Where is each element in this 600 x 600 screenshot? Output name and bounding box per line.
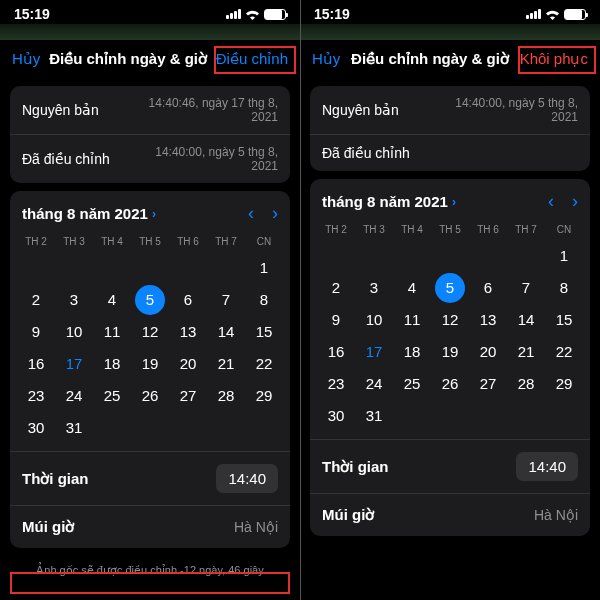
calendar-day[interactable]: 23 [21, 381, 51, 411]
next-month-button[interactable]: › [272, 203, 278, 224]
calendar-day[interactable]: 31 [59, 413, 89, 443]
weekday-label: TH 2 [318, 220, 354, 239]
calendar-day[interactable]: 26 [135, 381, 165, 411]
calendar-day[interactable]: 29 [549, 369, 579, 399]
header-image [300, 24, 600, 40]
weekday-label: TH 7 [508, 220, 544, 239]
calendar-day[interactable]: 4 [97, 285, 127, 315]
calendar-day[interactable]: 7 [211, 285, 241, 315]
signal-icon [526, 9, 541, 19]
calendar-day[interactable]: 13 [473, 305, 503, 335]
time-row[interactable]: Thời gian 14:40 [310, 439, 590, 493]
calendar-day[interactable]: 29 [249, 381, 279, 411]
timezone-row[interactable]: Múi giờ Hà Nội [10, 505, 290, 548]
calendar-day[interactable]: 5 [435, 273, 465, 303]
calendar-day[interactable]: 7 [511, 273, 541, 303]
calendar-day[interactable]: 24 [59, 381, 89, 411]
calendar-day[interactable]: 14 [511, 305, 541, 335]
calendar-day[interactable]: 5 [135, 285, 165, 315]
calendar-day[interactable]: 8 [549, 273, 579, 303]
calendar-day[interactable]: 12 [435, 305, 465, 335]
prev-month-button[interactable]: ‹ [248, 203, 254, 224]
weekday-label: TH 6 [170, 232, 206, 251]
cancel-button[interactable]: Hủy [312, 50, 340, 68]
calendar-day[interactable]: 1 [549, 241, 579, 271]
signal-icon [226, 9, 241, 19]
calendar-day[interactable]: 18 [97, 349, 127, 379]
wifi-icon [545, 9, 560, 20]
chevron-right-icon: › [452, 195, 456, 209]
status-time: 15:19 [314, 6, 350, 22]
info-card: Nguyên bản 14:40:46, ngày 17 thg 8, 2021… [10, 86, 290, 183]
calendar-day[interactable]: 16 [321, 337, 351, 367]
status-bar: 15:19 [300, 0, 600, 24]
calendar-day[interactable]: 6 [473, 273, 503, 303]
calendar-day[interactable]: 25 [397, 369, 427, 399]
calendar-day[interactable]: 17 [59, 349, 89, 379]
calendar-day[interactable]: 3 [359, 273, 389, 303]
calendar-day[interactable]: 26 [435, 369, 465, 399]
calendar-day[interactable]: 24 [359, 369, 389, 399]
calendar-day[interactable]: 13 [173, 317, 203, 347]
calendar-day[interactable]: 1 [249, 253, 279, 283]
calendar-day[interactable]: 10 [59, 317, 89, 347]
calendar-day[interactable]: 27 [173, 381, 203, 411]
calendar-day[interactable]: 14 [211, 317, 241, 347]
calendar-day[interactable]: 15 [549, 305, 579, 335]
calendar-day[interactable]: 17 [359, 337, 389, 367]
time-value[interactable]: 14:40 [216, 464, 278, 493]
calendar-day[interactable]: 23 [321, 369, 351, 399]
cancel-button[interactable]: Hủy [12, 50, 40, 68]
calendar-day[interactable]: 21 [511, 337, 541, 367]
calendar-day[interactable]: 21 [211, 349, 241, 379]
calendar-day[interactable]: 20 [173, 349, 203, 379]
calendar-day[interactable]: 4 [397, 273, 427, 303]
calendar-day[interactable]: 18 [397, 337, 427, 367]
tz-label: Múi giờ [322, 506, 374, 524]
calendar-day[interactable]: 12 [135, 317, 165, 347]
calendar-day[interactable]: 11 [97, 317, 127, 347]
calendar-day[interactable]: 27 [473, 369, 503, 399]
calendar-day[interactable]: 25 [97, 381, 127, 411]
calendar-day[interactable]: 10 [359, 305, 389, 335]
time-row[interactable]: Thời gian 14:40 [10, 451, 290, 505]
prev-month-button[interactable]: ‹ [548, 191, 554, 212]
adjusted-value: 14:40:00, ngày 5 thg 8, 2021 [128, 145, 278, 173]
calendar-day[interactable]: 20 [473, 337, 503, 367]
calendar-day[interactable]: 16 [21, 349, 51, 379]
calendar-day[interactable]: 28 [511, 369, 541, 399]
original-label: Nguyên bản [22, 102, 99, 118]
page-title: Điều chỉnh ngày & giờ [351, 50, 509, 68]
page-title: Điều chỉnh ngày & giờ [49, 50, 207, 68]
calendar-day[interactable]: 22 [249, 349, 279, 379]
calendar-day[interactable]: 11 [397, 305, 427, 335]
calendar-day[interactable]: 9 [321, 305, 351, 335]
calendar-day[interactable]: 30 [321, 401, 351, 431]
month-picker[interactable]: tháng 8 năm 2021 › [322, 193, 456, 210]
phone-left: 15:19 Hủy Điều chỉnh ngày & giờ Điều chỉ… [0, 0, 300, 600]
status-icons [526, 9, 586, 20]
calendar-day[interactable]: 8 [249, 285, 279, 315]
calendar-day[interactable]: 3 [59, 285, 89, 315]
calendar-day[interactable]: 2 [321, 273, 351, 303]
calendar-day[interactable]: 6 [173, 285, 203, 315]
calendar-day[interactable]: 9 [21, 317, 51, 347]
calendar-day[interactable]: 31 [359, 401, 389, 431]
calendar-day[interactable]: 30 [21, 413, 51, 443]
original-row: Nguyên bản 14:40:00, ngày 5 thg 8, 2021 [310, 86, 590, 134]
original-value: 14:40:46, ngày 17 thg 8, 2021 [128, 96, 278, 124]
calendar-day[interactable]: 19 [135, 349, 165, 379]
calendar-day[interactable]: 22 [549, 337, 579, 367]
adjusted-label: Đã điều chỉnh [22, 151, 110, 167]
time-value[interactable]: 14:40 [516, 452, 578, 481]
month-picker[interactable]: tháng 8 năm 2021 › [22, 205, 156, 222]
calendar-day[interactable]: 19 [435, 337, 465, 367]
calendar-card: tháng 8 năm 2021 › ‹ › TH 2TH 3TH 4TH 5T… [310, 179, 590, 536]
calendar-day[interactable]: 28 [211, 381, 241, 411]
calendar-day[interactable]: 15 [249, 317, 279, 347]
next-month-button[interactable]: › [572, 191, 578, 212]
battery-icon [564, 9, 586, 20]
timezone-row[interactable]: Múi giờ Hà Nội [310, 493, 590, 536]
calendar-day[interactable]: 2 [21, 285, 51, 315]
adjusted-row: Đã điều chỉnh [310, 134, 590, 171]
